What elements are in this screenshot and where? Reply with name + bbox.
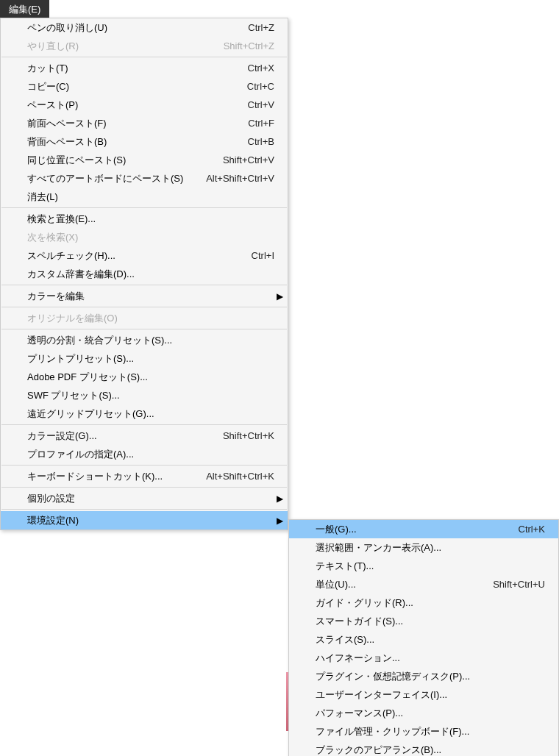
- menu-item-label: ファイル管理・クリップボード(F)...: [316, 725, 548, 738]
- menu-item-shortcut: Alt+Shift+Ctrl+K: [206, 471, 277, 482]
- menu-item-undo[interactable]: ペンの取り消し(U) Ctrl+Z: [1, 18, 288, 37]
- submenu-item-smart-guides[interactable]: スマートガイド(S)...: [289, 612, 558, 630]
- menu-item-label: 同じ位置にペースト(S): [27, 154, 223, 167]
- menu-separator: [1, 307, 287, 307]
- menu-item-assign-profile[interactable]: プロファイルの指定(A)...: [1, 445, 288, 463]
- menu-item-label: ユーザーインターフェイス(I)...: [316, 688, 548, 702]
- menu-item-shortcut: Ctrl+I: [252, 250, 277, 261]
- menu-item-preferences[interactable]: 環境設定(N) ▶: [1, 511, 288, 529]
- menu-item-label: 選択範囲・アンカー表示(A)...: [316, 541, 548, 554]
- submenu-item-general[interactable]: 一般(G)... Ctrl+K: [289, 520, 558, 538]
- menu-item-shortcut: Ctrl+X: [248, 63, 277, 74]
- menu-item-shortcut: Alt+Shift+Ctrl+V: [206, 173, 277, 184]
- menu-separator: [1, 329, 287, 329]
- submenu-item-units[interactable]: 単位(U)... Shift+Ctrl+U: [289, 575, 558, 593]
- menu-item-label: ペースト(P): [27, 99, 248, 112]
- submenu-item-slices[interactable]: スライス(S)...: [289, 630, 558, 649]
- menu-item-label: プロファイルの指定(A)...: [27, 448, 277, 461]
- menu-item-edit-colors[interactable]: カラーを編集 ▶: [1, 287, 288, 305]
- menu-item-pdf-preset[interactable]: Adobe PDF プリセット(S)...: [1, 368, 288, 386]
- edit-menu: ペンの取り消し(U) Ctrl+Z やり直し(R) Shift+Ctrl+Z カ…: [0, 18, 288, 530]
- menu-item-shortcut: Shift+Ctrl+Z: [224, 40, 277, 51]
- menu-item-shortcut: Shift+Ctrl+K: [223, 430, 277, 441]
- menu-item-label: 検索と置換(E)...: [27, 213, 277, 226]
- menu-item-label: スマートガイド(S)...: [316, 615, 548, 628]
- menu-item-label: プリントプリセット(S)...: [27, 352, 277, 365]
- menu-item-find-replace[interactable]: 検索と置換(E)...: [1, 210, 288, 228]
- menu-item-edit-original: オリジナルを編集(O): [1, 309, 288, 327]
- submenu-item-black-appearance[interactable]: ブラックのアピアランス(B)...: [289, 741, 558, 756]
- menu-item-my-settings[interactable]: 個別の設定 ▶: [1, 489, 288, 507]
- menu-item-find-next: 次を検索(X): [1, 228, 288, 246]
- submenu-item-performance[interactable]: パフォーマンス(P)...: [289, 704, 558, 722]
- menu-item-shortcut: Shift+Ctrl+V: [223, 154, 277, 165]
- menu-item-label: やり直し(R): [27, 40, 224, 53]
- menu-item-paste-all-artboards[interactable]: すべてのアートボードにペースト(S) Alt+Shift+Ctrl+V: [1, 169, 288, 188]
- menu-item-label: カスタム辞書を編集(D)...: [27, 268, 277, 281]
- submenu-item-guides-grid[interactable]: ガイド・グリッド(R)...: [289, 593, 558, 612]
- chevron-right-icon: ▶: [277, 493, 283, 504]
- menu-item-paste-front[interactable]: 前面へペースト(F) Ctrl+F: [1, 114, 288, 132]
- menu-item-label: 透明の分割・統合プリセット(S)...: [27, 334, 277, 347]
- menu-item-color-settings[interactable]: カラー設定(G)... Shift+Ctrl+K: [1, 427, 288, 445]
- menu-separator: [1, 285, 287, 285]
- menu-item-label: ペンの取り消し(U): [27, 21, 248, 35]
- menu-item-cut[interactable]: カット(T) Ctrl+X: [1, 59, 288, 77]
- menu-item-edit-dictionary[interactable]: カスタム辞書を編集(D)...: [1, 265, 288, 283]
- menu-item-label: 消去(L): [27, 190, 277, 204]
- menu-item-swf-preset[interactable]: SWF プリセット(S)...: [1, 386, 288, 404]
- menu-item-label: カット(T): [27, 62, 248, 75]
- chevron-right-icon: ▶: [277, 291, 283, 302]
- menu-separator: [1, 57, 287, 57]
- menu-item-label: カラー設定(G)...: [27, 429, 223, 443]
- menu-item-paste-back[interactable]: 背面へペースト(B) Ctrl+B: [1, 132, 288, 151]
- chevron-right-icon: ▶: [277, 516, 283, 526]
- menu-item-shortcut: Ctrl+K: [519, 524, 548, 535]
- menu-item-clear[interactable]: 消去(L): [1, 188, 288, 206]
- submenu-item-plugins-scratch[interactable]: プラグイン・仮想記憶ディスク(P)...: [289, 667, 558, 685]
- menu-item-label: 次を検索(X): [27, 231, 277, 244]
- submenu-item-selection-anchor[interactable]: 選択範囲・アンカー表示(A)...: [289, 538, 558, 557]
- menu-item-label: プラグイン・仮想記憶ディスク(P)...: [316, 670, 548, 683]
- menu-item-redo: やり直し(R) Shift+Ctrl+Z: [1, 37, 288, 55]
- menu-item-spellcheck[interactable]: スペルチェック(H)... Ctrl+I: [1, 246, 288, 265]
- menu-item-label: オリジナルを編集(O): [27, 312, 277, 325]
- menu-item-shortcut: Ctrl+F: [248, 118, 277, 129]
- menu-item-paste[interactable]: ペースト(P) Ctrl+V: [1, 96, 288, 114]
- menu-separator: [1, 465, 287, 466]
- menu-separator: [1, 424, 287, 425]
- menu-item-label: パフォーマンス(P)...: [316, 707, 548, 720]
- submenu-item-file-clipboard[interactable]: ファイル管理・クリップボード(F)...: [289, 722, 558, 741]
- menu-item-copy[interactable]: コピー(C) Ctrl+C: [1, 77, 288, 96]
- menu-item-label: キーボードショートカット(K)...: [27, 470, 206, 483]
- submenu-item-text[interactable]: テキスト(T)...: [289, 557, 558, 575]
- menu-separator: [1, 487, 287, 488]
- menu-item-perspective-preset[interactable]: 遠近グリッドプリセット(G)...: [1, 404, 288, 423]
- menu-item-label: スライス(S)...: [316, 633, 548, 646]
- menu-item-shortcut: Ctrl+C: [247, 81, 277, 92]
- menu-item-label: 単位(U)...: [316, 578, 493, 591]
- menu-item-shortcut: Ctrl+B: [248, 136, 277, 147]
- menu-separator: [1, 509, 287, 510]
- menu-item-label: 遠近グリッドプリセット(G)...: [27, 407, 277, 421]
- menu-item-label: スペルチェック(H)...: [27, 249, 252, 263]
- menu-separator: [1, 207, 287, 208]
- menu-item-transparency-preset[interactable]: 透明の分割・統合プリセット(S)...: [1, 331, 288, 349]
- menu-item-label: テキスト(T)...: [316, 560, 548, 573]
- menu-item-keyboard-shortcuts[interactable]: キーボードショートカット(K)... Alt+Shift+Ctrl+K: [1, 467, 288, 485]
- menu-item-paste-in-place[interactable]: 同じ位置にペースト(S) Shift+Ctrl+V: [1, 151, 288, 169]
- submenu-item-user-interface[interactable]: ユーザーインターフェイス(I)...: [289, 685, 558, 704]
- menubar-edit-button[interactable]: 編集(E): [0, 0, 49, 19]
- menu-item-label: 前面へペースト(F): [27, 117, 248, 130]
- menu-item-shortcut: Shift+Ctrl+U: [493, 579, 548, 590]
- menu-item-label: カラーを編集: [27, 290, 277, 303]
- menu-item-label: すべてのアートボードにペースト(S): [27, 172, 206, 185]
- menu-item-shortcut: Ctrl+Z: [248, 22, 277, 33]
- menu-item-label: SWF プリセット(S)...: [27, 389, 277, 402]
- menu-item-label: ガイド・グリッド(R)...: [316, 596, 548, 610]
- menu-item-label: 環境設定(N): [27, 514, 277, 527]
- submenu-item-hyphenation[interactable]: ハイフネーション...: [289, 649, 558, 667]
- menu-item-label: コピー(C): [27, 80, 247, 93]
- menu-item-label: ブラックのアピアランス(B)...: [316, 743, 548, 757]
- menu-item-print-preset[interactable]: プリントプリセット(S)...: [1, 349, 288, 368]
